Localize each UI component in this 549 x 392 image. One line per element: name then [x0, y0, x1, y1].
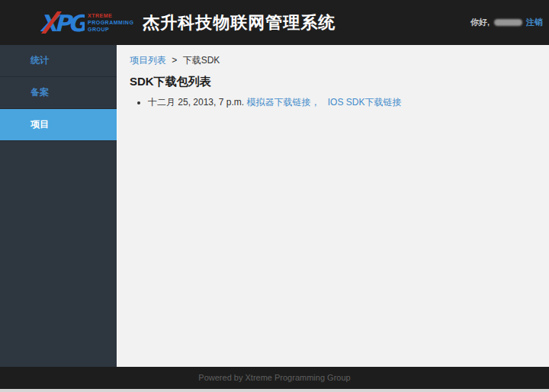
sdk-download-list: 十二月 25, 2013, 7 p.m. 模拟器下载链接， IOS SDK下载链… — [130, 96, 537, 109]
sidebar-item-records[interactable]: 备案 — [0, 77, 117, 109]
sdk-list-item: 十二月 25, 2013, 7 p.m. 模拟器下载链接， IOS SDK下载链… — [148, 96, 537, 109]
main-content: 项目列表 > 下载SDK SDK下载包列表 十二月 25, 2013, 7 p.… — [117, 45, 549, 367]
app-header: XPG XTREME PROGRAMMING GROUP 杰升科技物联网管理系统… — [0, 0, 549, 45]
page-title: SDK下载包列表 — [130, 75, 537, 89]
logo-line-xtreme: XTREME — [88, 12, 133, 19]
xpg-letters: XPG — [40, 10, 85, 37]
user-area: 你好, 注销 — [470, 17, 543, 28]
xpg-logo: XPG XTREME PROGRAMMING GROUP — [40, 8, 133, 38]
greeting-label: 你好, — [470, 17, 490, 28]
bottom-strip — [0, 389, 549, 392]
simulator-download-link[interactable]: 模拟器下载链接， — [246, 97, 319, 108]
app-footer: Powered by Xtreme Programming Group — [0, 367, 549, 389]
redacted-username — [494, 19, 522, 26]
breadcrumb-separator: > — [172, 55, 177, 66]
logo-wordmark: XTREME PROGRAMMING GROUP — [88, 12, 133, 33]
sdk-item-date: 十二月 25, 2013, 7 p.m. — [148, 97, 244, 108]
breadcrumb: 项目列表 > 下载SDK — [130, 54, 537, 67]
body-row: 统计 备案 项目 项目列表 > 下载SDK SDK下载包列表 十二月 25, 2… — [0, 45, 549, 367]
ios-sdk-download-link[interactable]: IOS SDK下载链接 — [328, 97, 402, 108]
sidebar: 统计 备案 项目 — [0, 45, 117, 367]
xpg-logo-mark: XPG — [40, 8, 85, 38]
sidebar-item-stats[interactable]: 统计 — [0, 45, 117, 77]
app-title: 杰升科技物联网管理系统 — [143, 11, 336, 34]
breadcrumb-link-project-list[interactable]: 项目列表 — [130, 55, 166, 66]
logout-link[interactable]: 注销 — [526, 17, 543, 28]
logo-line-group: GROUP — [88, 26, 133, 33]
footer-text: Powered by Xtreme Programming Group — [198, 373, 350, 382]
logo-line-programming: PROGRAMMING — [88, 19, 133, 26]
sidebar-item-projects[interactable]: 项目 — [0, 109, 117, 141]
breadcrumb-current: 下载SDK — [183, 55, 220, 66]
